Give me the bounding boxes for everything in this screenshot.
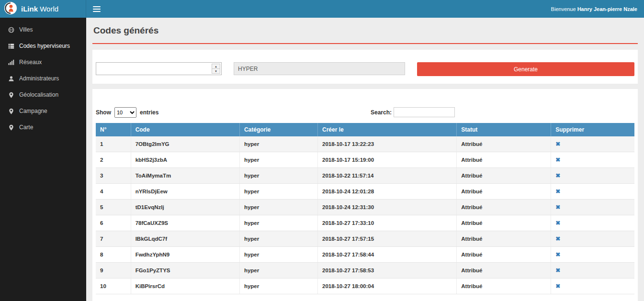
delete-icon[interactable]: ✖ — [555, 235, 560, 242]
number-spinner: ▲ ▼ — [212, 64, 220, 74]
entries-label: entries — [140, 109, 158, 116]
cell-code: nYRlsDjEew — [131, 184, 239, 200]
table-body: 17OBtg2lmYGhyper2018-10-17 13:22:23Attri… — [96, 136, 634, 294]
cell-status: Attribué — [457, 247, 551, 263]
cell-created: 2018-10-24 12:31:30 — [318, 200, 457, 215]
cell-num: 10 — [96, 279, 131, 294]
topbar: iLink World Bienvenue Hanry Jean-pierre … — [0, 0, 644, 18]
globe-icon — [8, 26, 14, 33]
map-marker-icon — [8, 91, 14, 98]
column-header[interactable]: N° — [96, 123, 131, 136]
page-title: Codes générés — [93, 25, 638, 36]
cell-num: 3 — [96, 168, 131, 184]
spinner-down-icon[interactable]: ▼ — [212, 69, 220, 73]
cell-category: hyper — [239, 184, 317, 200]
cell-delete: ✖ — [551, 200, 634, 215]
sidebar-item-label: Géolocalisation — [19, 91, 58, 98]
signal-icon — [8, 59, 14, 66]
cell-code: tD1EvqNzIj — [131, 200, 239, 215]
brand[interactable]: iLink World — [0, 0, 86, 18]
delete-icon[interactable]: ✖ — [555, 188, 560, 195]
cell-created: 2018-10-27 17:57:15 — [318, 231, 457, 247]
delete-icon[interactable]: ✖ — [555, 172, 560, 179]
cell-status: Attribué — [457, 184, 551, 200]
code-count-field: ▲ ▼ — [96, 62, 222, 75]
cell-num: 9 — [96, 263, 131, 279]
hamburger-menu-icon[interactable] — [93, 5, 101, 13]
search-label: Search: — [371, 109, 392, 116]
sidebar-item-administrateurs[interactable]: Administrateurs — [0, 70, 86, 87]
generate-button[interactable]: Generate — [417, 62, 634, 76]
search-input[interactable] — [394, 107, 455, 117]
sidebar-item-villes[interactable]: Villes — [0, 22, 86, 38]
cell-created: 2018-10-27 18:00:04 — [318, 279, 457, 294]
app-window: iLink World Bienvenue Hanry Jean-pierre … — [0, 0, 644, 301]
welcome-text: Bienvenue Hanry Jean-pierre Nzale — [551, 6, 637, 12]
code-count-input[interactable] — [96, 63, 211, 75]
app-logo-icon — [4, 1, 17, 17]
delete-icon[interactable]: ✖ — [555, 204, 560, 211]
delete-icon[interactable]: ✖ — [555, 267, 560, 274]
table-row: 4nYRlsDjEewhyper2018-10-24 12:01:28Attri… — [96, 184, 634, 200]
list-icon — [8, 43, 14, 49]
show-label: Show — [96, 109, 111, 116]
sidebar: VillesCodes hyperviseursRéseauxAdministr… — [0, 18, 86, 301]
cell-num: 5 — [96, 200, 131, 215]
cell-delete: ✖ — [551, 168, 634, 184]
cell-delete: ✖ — [551, 136, 634, 152]
column-header[interactable]: Code — [131, 123, 239, 136]
cell-num: 1 — [96, 136, 131, 152]
cell-delete: ✖ — [551, 263, 634, 279]
table-controls: Show 10 entries Search: — [96, 107, 634, 123]
cell-status: Attribué — [457, 215, 551, 231]
cell-category: hyper — [239, 136, 317, 152]
table-row: 10KiBPirsrCdhyper2018-10-27 18:00:04Attr… — [96, 279, 634, 294]
column-header[interactable]: Créer le — [318, 123, 457, 136]
cell-created: 2018-10-27 17:33:10 — [318, 215, 457, 231]
delete-icon[interactable]: ✖ — [555, 283, 560, 290]
cell-code: FwdhzYphN9 — [131, 247, 239, 263]
user-name: Hanry Jean-pierre Nzale — [577, 6, 637, 12]
cell-created: 2018-10-17 15:19:00 — [318, 152, 457, 168]
cell-category: hyper — [239, 200, 317, 215]
cell-category: hyper — [239, 168, 317, 184]
cell-created: 2018-10-27 17:58:44 — [318, 247, 457, 263]
cell-code: 7OBtg2lmYG — [131, 136, 239, 152]
title-divider — [92, 43, 638, 44]
topbar-main: Bienvenue Hanry Jean-pierre Nzale — [86, 0, 644, 18]
sidebar-item-label: Codes hyperviseurs — [19, 43, 70, 49]
column-header[interactable]: Statut — [457, 123, 551, 136]
sidebar-item-campagne[interactable]: Campagne — [0, 103, 86, 119]
cell-delete: ✖ — [551, 152, 634, 168]
cell-delete: ✖ — [551, 184, 634, 200]
cell-category: hyper — [239, 263, 317, 279]
page-length-select[interactable]: 10 — [114, 107, 136, 118]
delete-icon[interactable]: ✖ — [555, 141, 560, 147]
table-row: 8FwdhzYphN9hyper2018-10-27 17:58:44Attri… — [96, 247, 634, 263]
table-row: 3ToAiMymaTmhyper2018-10-22 11:57:14Attri… — [96, 168, 634, 184]
sidebar-item-codes-hyperviseurs[interactable]: Codes hyperviseurs — [0, 38, 86, 54]
table-row: 5tD1EvqNzIjhyper2018-10-24 12:31:30Attri… — [96, 200, 634, 215]
codes-table: N°CodeCatégorieCréer leStatutSupprimer 1… — [96, 123, 634, 294]
column-header[interactable]: Supprimer — [551, 123, 634, 136]
sidebar-item-carte[interactable]: Carte — [0, 119, 86, 135]
sidebar-item-label: Villes — [19, 26, 33, 33]
cell-code: IBkGLqdC7f — [131, 231, 239, 247]
column-header[interactable]: Catégorie — [239, 123, 317, 136]
sidebar-item-geolocalisation[interactable]: Géolocalisation — [0, 87, 86, 103]
sidebar-item-reseaux[interactable]: Réseaux — [0, 54, 86, 70]
spinner-up-icon[interactable]: ▲ — [212, 64, 220, 69]
cell-status: Attribué — [457, 200, 551, 215]
category-field — [234, 62, 405, 75]
delete-icon[interactable]: ✖ — [555, 251, 560, 258]
delete-icon[interactable]: ✖ — [555, 220, 560, 226]
table-row: 7IBkGLqdC7fhyper2018-10-27 17:57:15Attri… — [96, 231, 634, 247]
table-header-row: N°CodeCatégorieCréer leStatutSupprimer — [96, 123, 634, 136]
sidebar-item-label: Campagne — [19, 108, 47, 114]
body: VillesCodes hyperviseursRéseauxAdministr… — [0, 18, 644, 301]
delete-icon[interactable]: ✖ — [555, 156, 560, 163]
cell-code: kbHS2j3zbA — [131, 152, 239, 168]
cell-created: 2018-10-17 13:22:23 — [318, 136, 457, 152]
table-row: 678fCaUXZ9Shyper2018-10-27 17:33:10Attri… — [96, 215, 634, 231]
cell-num: 8 — [96, 247, 131, 263]
